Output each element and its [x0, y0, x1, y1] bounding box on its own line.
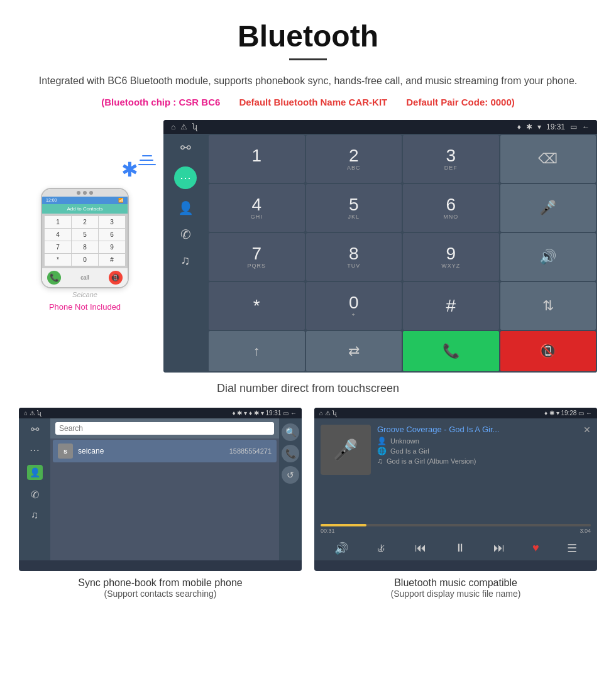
pb-contact-avatar: s	[58, 444, 73, 459]
pb-contact-number: 15885554271	[229, 447, 272, 455]
dial-key-0[interactable]: 0 +	[306, 282, 402, 330]
music-caption-sub: (Support display music file name)	[391, 589, 521, 599]
pb-action-icons: 🔍 📞 ↺	[279, 418, 302, 560]
pb-search-input[interactable]	[55, 422, 274, 435]
phone-keypad: 1 2 3 4 5 6 7 8 9 * 0 #	[42, 214, 128, 268]
car-screen-wrapper: ⌂ ⚠ ʯ ♦ ✱ ▾ 19:31 ▭ ← ⚯ ⋯	[163, 120, 597, 373]
pb-action-call[interactable]: 📞	[282, 445, 299, 462]
dial-key-mute[interactable]: 🎤	[500, 184, 597, 232]
dial-icon-recent[interactable]: ✆	[180, 227, 191, 242]
phone-key-1[interactable]: 1	[45, 216, 71, 228]
phone-key-3[interactable]: 3	[99, 216, 125, 228]
dial-key-transfer[interactable]: ⇅	[500, 282, 597, 330]
progress-times: 00:31 3:04	[321, 528, 591, 534]
dial-key-3[interactable]: 3 DEF	[403, 135, 499, 183]
header-section: Bluetooth Integrated with BC6 Bluetooth …	[0, 0, 616, 120]
pb-contact-row[interactable]: s seicane 15885554271	[53, 440, 277, 462]
phone-call-button[interactable]: 📞	[47, 271, 61, 285]
phone-key-9[interactable]: 9	[99, 241, 125, 253]
music-detail-artist1: 👤 Unknown	[377, 437, 577, 445]
ctrl-eq[interactable]: ⫝̸	[376, 542, 387, 555]
note-icon: ♫	[377, 457, 383, 466]
spec-code: Default Pair Code: 0000)	[406, 97, 515, 107]
ctrl-next[interactable]: ⏭	[493, 542, 505, 555]
pb-status-bar: ⌂ ⚠ ʯ ♦ ✱ ▾ ♦ ✱ ▾ 19:31 ▭ ←	[19, 408, 302, 418]
dial-key-8[interactable]: 8 TUV	[306, 233, 402, 281]
dial-key-5[interactable]: 5 JKL	[306, 184, 402, 232]
dial-layout: ⚯ ⋯ 👤 ✆ ♫ 1 2	[163, 134, 597, 373]
phone-end-button[interactable]: 📵	[109, 271, 123, 285]
dial-icon-link[interactable]: ⚯	[180, 140, 191, 155]
spec-chip: (Bluetooth chip : CSR BC6	[101, 97, 220, 107]
ctrl-playlist[interactable]: ☰	[567, 542, 577, 555]
main-screenshot-area: ✱ 12:00 📶 Add to Contacts 1	[0, 120, 616, 373]
dial-key-9[interactable]: 9 WXYZ	[403, 233, 499, 281]
pb-action-refresh[interactable]: ↺	[282, 466, 299, 484]
dial-key-end[interactable]: 📵	[500, 331, 597, 371]
pb-icon-keypad[interactable]: ⋯	[30, 444, 40, 456]
dial-key-4[interactable]: 4 GHI	[209, 184, 305, 232]
dial-key-1[interactable]: 1	[209, 135, 305, 183]
phone-key-5[interactable]: 5	[72, 229, 98, 241]
status-left: ⌂ ⚠ ʯ	[171, 122, 197, 131]
ctrl-volume[interactable]: 🔊	[334, 542, 348, 555]
pb-contact-name: seicane	[78, 447, 229, 455]
pb-caption-sub: (Support contacts searching)	[104, 589, 217, 599]
pb-caption-title: Sync phone-book from mobile phone	[78, 577, 243, 589]
bottom-item-music: ⌂ ⚠ ʯ ♦ ✱ ▾ 19:28 ▭ ← 🎤 Groove Coverage …	[314, 408, 597, 599]
music-screen: ⌂ ⚠ ʯ ♦ ✱ ▾ 19:28 ▭ ← 🎤 Groove Coverage …	[314, 408, 597, 571]
time-current: 00:31	[321, 528, 335, 534]
phone-dot	[77, 191, 80, 195]
music-layout: 🎤 Groove Coverage - God Is A Gir... 👤 Un…	[314, 418, 597, 560]
music-detail-track: ♫ God is a Girl (Album Version)	[377, 457, 577, 466]
dial-key-backspace[interactable]: ⌫	[500, 135, 597, 183]
pb-sidebar: ⚯ ⋯ 👤 ✆ ♫	[19, 418, 50, 560]
album-art: 🎤	[321, 425, 371, 475]
pb-icon-calls[interactable]: ✆	[31, 489, 39, 501]
phone-dot	[89, 191, 93, 195]
phone-top-bar	[42, 189, 128, 197]
pb-icon-contacts-active[interactable]: 👤	[27, 465, 43, 480]
pb-icon-link[interactable]: ⚯	[31, 423, 39, 435]
pb-content: s seicane 15885554271	[50, 418, 279, 560]
phone-key-hash[interactable]: #	[99, 254, 125, 266]
dial-grid: 1 2 ABC 3 DEF ⌫	[207, 134, 597, 373]
dial-key-swap[interactable]: ⇄	[306, 331, 402, 371]
bluetooth-icon: ✱	[121, 158, 138, 181]
dial-key-2[interactable]: 2 ABC	[306, 135, 402, 183]
ctrl-heart[interactable]: ♥	[532, 542, 539, 555]
dial-icon-music[interactable]: ♫	[181, 253, 190, 268]
dial-icon-keypad-active[interactable]: ⋯	[174, 166, 197, 189]
phone-key-2[interactable]: 2	[72, 216, 98, 228]
dial-key-up[interactable]: ↑	[209, 331, 305, 371]
pb-icon-music[interactable]: ♫	[31, 509, 38, 521]
phone-key-7[interactable]: 7	[45, 241, 71, 253]
description-text: Integrated with BC6 Bluetooth module, su…	[38, 73, 578, 89]
spec-name: Default Bluetooth Name CAR-KIT	[239, 97, 387, 107]
dial-key-hash[interactable]: #	[403, 282, 499, 330]
dial-key-star[interactable]: *	[209, 282, 305, 330]
specs-row: (Bluetooth chip : CSR BC6 Default Blueto…	[38, 97, 578, 107]
car-screen: ⌂ ⚠ ʯ ♦ ✱ ▾ 19:31 ▭ ← ⚯ ⋯	[163, 120, 597, 373]
dial-key-7[interactable]: 7 PQRS	[209, 233, 305, 281]
progress-bar-fill	[321, 524, 366, 526]
phone-key-8[interactable]: 8	[72, 241, 98, 253]
phonebook-layout: ⚯ ⋯ 👤 ✆ ♫ s seicane 15885554271	[19, 418, 302, 560]
phone-key-star[interactable]: *	[45, 254, 71, 266]
status-right: ♦ ✱ ▾ 19:31 ▭ ←	[517, 122, 590, 131]
dial-icon-contacts[interactable]: 👤	[178, 200, 194, 215]
bottom-screenshots: ⌂ ⚠ ʯ ♦ ✱ ▾ ♦ ✱ ▾ 19:31 ▭ ← ⚯ ⋯ 👤 ✆ ♫	[0, 408, 616, 599]
phone-key-0[interactable]: 0	[72, 254, 98, 266]
ctrl-prev[interactable]: ⏮	[415, 542, 426, 555]
phone-key-6[interactable]: 6	[99, 229, 125, 241]
dial-key-call[interactable]: 📞	[403, 331, 499, 371]
dial-sidebar: ⚯ ⋯ 👤 ✆ ♫	[163, 134, 207, 373]
music-close-button[interactable]: ✕	[583, 425, 591, 435]
ctrl-pause[interactable]: ⏸	[454, 542, 466, 555]
phone-action-bar: 📞 call 📵	[42, 268, 128, 287]
dial-key-volume[interactable]: 🔊	[500, 233, 597, 281]
dial-key-6[interactable]: 6 MNO	[403, 184, 499, 232]
phone-key-4[interactable]: 4	[45, 229, 71, 241]
time-total: 3:04	[580, 528, 591, 534]
pb-action-search[interactable]: 🔍	[282, 423, 299, 441]
